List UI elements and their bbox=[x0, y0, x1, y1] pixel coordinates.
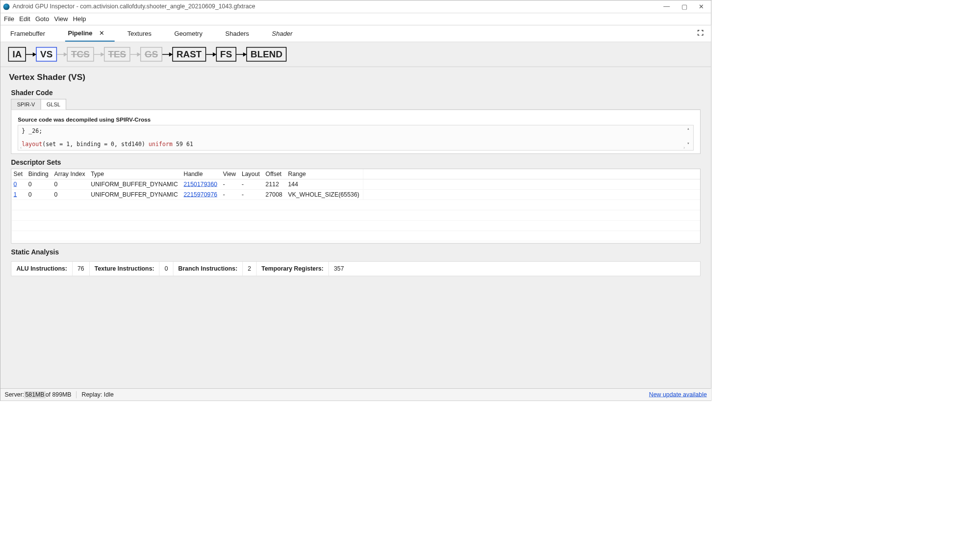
stage-tes[interactable]: TES bbox=[104, 47, 130, 62]
stage-vs[interactable]: VS bbox=[36, 47, 57, 62]
menu-edit[interactable]: Edit bbox=[19, 15, 30, 23]
stage-tcs[interactable]: TCS bbox=[67, 47, 94, 62]
code-panel: Source code was decompiled using SPIRV-C… bbox=[11, 110, 701, 153]
status-separator bbox=[76, 391, 77, 399]
col-type[interactable]: Type bbox=[89, 169, 181, 179]
branch-value: 2 bbox=[243, 262, 256, 276]
arrow-icon bbox=[26, 54, 36, 54]
horizontal-scrollbar[interactable]: ‹› bbox=[19, 145, 686, 150]
pipeline-flow: IA VS TCS TES GS RAST FS BLEND bbox=[0, 42, 711, 67]
tab-geometry[interactable]: Geometry bbox=[172, 26, 213, 41]
stage-ia[interactable]: IA bbox=[8, 47, 26, 62]
arrow-icon bbox=[206, 54, 216, 54]
alu-value: 76 bbox=[73, 262, 90, 276]
app-icon bbox=[3, 3, 10, 10]
status-replay: Replay: Idle bbox=[82, 391, 114, 399]
menu-file[interactable]: File bbox=[4, 15, 14, 23]
tabbar: Framebuffer Pipeline ✕ Textures Geometry… bbox=[0, 25, 711, 42]
table-row[interactable]: 1 0 0 UNIFORM_BUFFER_DYNAMIC 2215970976 … bbox=[11, 190, 700, 200]
static-analysis-table: ALU Instructions: 76 Texture Instruction… bbox=[11, 261, 701, 276]
menu-help[interactable]: Help bbox=[73, 15, 86, 23]
cell-layout: - bbox=[240, 179, 264, 190]
temp-label: Temporary Registers: bbox=[256, 262, 329, 276]
tex-label: Texture Instructions: bbox=[90, 262, 160, 276]
close-icon[interactable]: ✕ bbox=[699, 2, 704, 10]
arrow-icon bbox=[130, 54, 140, 54]
cell-range: VK_WHOLE_SIZE(65536) bbox=[286, 190, 363, 200]
table-row-empty bbox=[11, 221, 700, 231]
cell-handle[interactable]: 2150179360 bbox=[181, 179, 221, 190]
col-layout[interactable]: Layout bbox=[240, 169, 264, 179]
cell-binding: 0 bbox=[26, 190, 52, 200]
stage-rast[interactable]: RAST bbox=[172, 47, 206, 62]
col-handle[interactable]: Handle bbox=[181, 169, 221, 179]
cell-view: - bbox=[221, 190, 239, 200]
code-textarea[interactable]: } _26; layout(set = 1, binding = 0, std1… bbox=[18, 125, 694, 151]
minimize-icon[interactable]: — bbox=[663, 2, 670, 10]
shader-code-tabs: SPIR-V GLSL bbox=[11, 99, 701, 110]
status-server-of: of 899MB bbox=[46, 391, 72, 399]
tex-value: 0 bbox=[160, 262, 174, 276]
titlebar: Android GPU Inspector - com.activision.c… bbox=[0, 0, 711, 13]
tab-framebuffer[interactable]: Framebuffer bbox=[7, 26, 55, 41]
branch-label: Branch Instructions: bbox=[173, 262, 243, 276]
arrow-icon bbox=[162, 54, 172, 54]
col-range[interactable]: Range bbox=[286, 169, 363, 179]
cell-array-index: 0 bbox=[52, 190, 89, 200]
cell-binding: 0 bbox=[26, 179, 52, 190]
fullscreen-icon[interactable] bbox=[697, 29, 704, 38]
status-server-mem: 581MB bbox=[24, 391, 45, 399]
cell-handle[interactable]: 2215970976 bbox=[181, 190, 221, 200]
tab-textures[interactable]: Textures bbox=[125, 26, 162, 41]
code-line-1b: _26; bbox=[28, 127, 42, 134]
cell-offset: 27008 bbox=[263, 190, 286, 200]
col-offset[interactable]: Offset bbox=[263, 169, 286, 179]
tab-close-icon[interactable]: ✕ bbox=[99, 29, 104, 37]
stage-fs[interactable]: FS bbox=[216, 47, 236, 62]
maximize-icon[interactable]: ▢ bbox=[681, 2, 687, 10]
shader-tab-spirv[interactable]: SPIR-V bbox=[11, 99, 41, 110]
table-row[interactable]: 0 0 0 UNIFORM_BUFFER_DYNAMIC 2150179360 … bbox=[11, 179, 700, 190]
cell-array-index: 0 bbox=[52, 179, 89, 190]
shader-code-heading: Shader Code bbox=[0, 84, 711, 99]
shader-tab-glsl[interactable]: GLSL bbox=[41, 99, 67, 110]
col-view[interactable]: View bbox=[221, 169, 239, 179]
window-controls: — ▢ ✕ bbox=[663, 2, 708, 10]
static-analysis-heading: Static Analysis bbox=[0, 244, 711, 258]
arrow-icon bbox=[57, 54, 67, 54]
col-binding[interactable]: Binding bbox=[26, 169, 52, 179]
page-title: Vertex Shader (VS) bbox=[0, 67, 711, 84]
stage-blend[interactable]: BLEND bbox=[246, 47, 286, 62]
status-server-prefix: Server: bbox=[4, 391, 24, 399]
tab-shader[interactable]: Shader bbox=[269, 26, 302, 41]
cell-set[interactable]: 0 bbox=[11, 179, 26, 190]
cell-offset: 2112 bbox=[263, 179, 286, 190]
code-caption: Source code was decompiled using SPIRV-C… bbox=[18, 116, 694, 123]
cell-layout: - bbox=[240, 190, 264, 200]
temp-value: 357 bbox=[329, 262, 349, 276]
window-title: Android GPU Inspector - com.activision.c… bbox=[12, 3, 255, 10]
table-row-empty bbox=[11, 231, 700, 241]
arrow-icon bbox=[236, 54, 246, 54]
cell-type: UNIFORM_BUFFER_DYNAMIC bbox=[89, 179, 181, 190]
alu-label: ALU Instructions: bbox=[11, 262, 73, 276]
arrow-icon bbox=[94, 54, 103, 54]
menubar: File Edit Goto View Help bbox=[0, 13, 711, 25]
tab-pipeline[interactable]: Pipeline ✕ bbox=[65, 25, 115, 42]
cell-type: UNIFORM_BUFFER_DYNAMIC bbox=[89, 190, 181, 200]
statusbar: Server: 581MB of 899MB Replay: Idle New … bbox=[0, 388, 711, 401]
descriptor-sets-heading: Descriptor Sets bbox=[0, 154, 711, 169]
cell-set[interactable]: 1 bbox=[11, 190, 26, 200]
code-line-1a: } bbox=[22, 127, 28, 134]
col-set[interactable]: Set bbox=[11, 169, 26, 179]
update-link[interactable]: New update available bbox=[649, 391, 707, 399]
stage-gs[interactable]: GS bbox=[140, 47, 162, 62]
menu-goto[interactable]: Goto bbox=[35, 15, 49, 23]
col-array-index[interactable]: Array Index bbox=[52, 169, 89, 179]
tab-shaders[interactable]: Shaders bbox=[223, 26, 259, 41]
menu-view[interactable]: View bbox=[54, 15, 68, 23]
table-row-empty bbox=[11, 200, 700, 210]
vertical-scrollbar[interactable]: ▴▾ bbox=[687, 126, 693, 146]
tab-pipeline-label: Pipeline bbox=[68, 29, 92, 37]
cell-view: - bbox=[221, 179, 239, 190]
